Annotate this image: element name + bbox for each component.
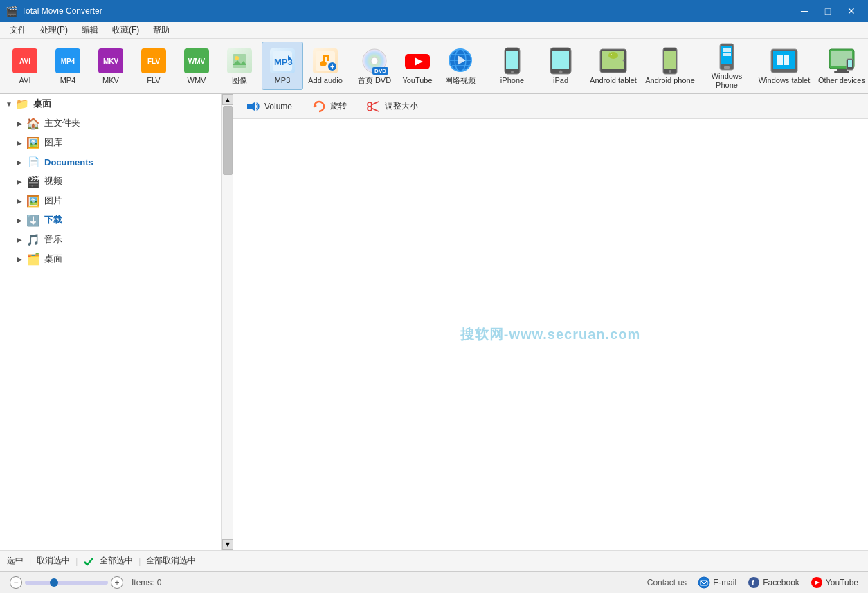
select-all-label[interactable]: 全部选中 (100, 555, 133, 567)
rotate-button[interactable]: 旋转 (305, 96, 353, 117)
status-bar: 选中 | 取消选中 | 全部选中 | 全部取消选中 (0, 550, 868, 571)
minimize-button[interactable]: ─ (793, 3, 815, 19)
youtube-link[interactable]: YouTube (811, 576, 858, 589)
format-avi-button[interactable]: AVI AVI (4, 42, 46, 90)
deselect-label[interactable]: 取消选中 (37, 555, 70, 567)
avi-label: AVI (19, 76, 31, 85)
zoom-thumb[interactable] (50, 578, 58, 587)
sidebar-scrollbar[interactable]: ▲ ▼ (221, 94, 233, 550)
toolbar-separator-2 (485, 45, 485, 86)
zoom-in-button[interactable]: + (111, 576, 123, 589)
facebook-label: Facebook (763, 578, 799, 587)
sidebar-item-pictures[interactable]: ▶ 🖼️ 图片 (0, 191, 221, 210)
add-audio-button[interactable]: + Add audio (305, 42, 346, 90)
status-sep-2: | (75, 556, 78, 566)
arrow-icon: ▶ (17, 217, 26, 224)
zoom-out-button[interactable]: − (10, 576, 22, 589)
svg-line-66 (371, 108, 379, 111)
footer-links: Contact us E-mail f Facebook YouTube (647, 576, 858, 589)
svg-point-63 (368, 102, 372, 107)
svg-rect-56 (837, 69, 847, 71)
sidebar-item-home[interactable]: ▶ 🏠 主文件夹 (0, 113, 221, 133)
checkmark-icon (83, 556, 94, 567)
mp4-icon: MP4 (55, 48, 80, 73)
format-mp3-button[interactable]: MP3 MP3 (262, 42, 303, 90)
scroll-thumb[interactable] (223, 106, 233, 175)
add-audio-icon: + (313, 48, 338, 73)
format-netvideo-button[interactable]: 网络视频 (440, 42, 481, 90)
format-image-button[interactable]: 图像 (219, 42, 260, 90)
volume-button[interactable]: Volume (239, 96, 298, 117)
windows-tablet-label: Windows tablet (759, 76, 811, 85)
mp3-icon: MP3 (270, 48, 295, 73)
menu-process[interactable]: 处理(P) (33, 23, 75, 37)
device-android-phone-button[interactable]: Android phone (642, 42, 698, 90)
resize-button[interactable]: 调整大小 (360, 96, 424, 117)
device-ipad-button[interactable]: iPad (537, 42, 584, 90)
close-button[interactable]: ✕ (840, 3, 862, 19)
device-iphone-button[interactable]: iPhone (489, 42, 536, 90)
arrow-icon: ▶ (17, 255, 26, 263)
format-youtube-button[interactable]: YouTube (397, 42, 438, 90)
arrow-icon: ▼ (6, 100, 15, 108)
items-count: 0 (157, 578, 162, 587)
image-icon (227, 48, 252, 73)
download-folder-icon: ⬇️ (26, 213, 40, 227)
menu-file[interactable]: 文件 (3, 23, 33, 37)
svg-rect-51 (784, 55, 789, 60)
select-label[interactable]: 选中 (7, 555, 24, 567)
sidebar-library-label: 图库 (44, 136, 62, 149)
svg-line-65 (371, 102, 379, 105)
format-wmv-button[interactable]: WMV WMV (176, 42, 217, 90)
menu-edit[interactable]: 编辑 (75, 23, 105, 37)
sidebar-item-music[interactable]: ▶ 🎵 音乐 (0, 230, 221, 249)
sidebar-item-library[interactable]: ▶ 🖼️ 图库 (0, 133, 221, 152)
documents-folder-icon: 📄 (26, 155, 40, 169)
menu-help[interactable]: 帮助 (146, 23, 177, 37)
format-dvd-button[interactable]: DVD 首页 DVD (354, 42, 395, 90)
svg-marker-61 (251, 102, 255, 111)
mp4-label: MP4 (60, 76, 76, 85)
format-flv-button[interactable]: FLV FLV (133, 42, 174, 90)
device-android-tablet-button[interactable]: Android tablet (586, 42, 641, 90)
svg-rect-59 (848, 60, 852, 67)
sidebar-videos-label: 视频 (44, 175, 62, 188)
menu-bar: 文件 处理(P) 编辑 收藏(F) 帮助 (0, 22, 868, 39)
format-mkv-button[interactable]: MKV MKV (90, 42, 132, 90)
device-windows-phone-button[interactable]: Windows Phone (699, 42, 754, 90)
device-other-button[interactable]: Other devices (814, 42, 868, 90)
svg-rect-28 (552, 51, 569, 69)
svg-point-26 (511, 71, 514, 73)
sidebar-item-downloads[interactable]: ▶ ⬇️ 下载 (0, 210, 221, 230)
sidebar-pictures-label: 图片 (44, 194, 62, 207)
facebook-link[interactable]: f Facebook (748, 576, 799, 589)
video-folder-icon: 🎬 (26, 174, 40, 188)
youtube-toolbar-label: YouTube (402, 76, 432, 85)
maximize-button[interactable]: □ (817, 3, 839, 19)
scroll-up-arrow[interactable]: ▲ (222, 94, 233, 105)
sidebar-item-videos[interactable]: ▶ 🎬 视频 (0, 172, 221, 191)
svg-rect-25 (506, 51, 518, 69)
content-area: Volume 旋转 调整大小 搜软网-www.se (233, 94, 868, 550)
ipad-icon (550, 47, 572, 75)
zoom-slider[interactable] (25, 581, 108, 585)
svg-rect-60 (247, 104, 251, 109)
deselect-all-label[interactable]: 全部取消选中 (146, 555, 196, 567)
netvideo-icon (448, 48, 473, 74)
device-windows-tablet-button[interactable]: Windows tablet (756, 42, 813, 90)
youtube-toolbar-icon (405, 51, 430, 71)
scroll-down-arrow[interactable]: ▼ (222, 539, 233, 550)
sidebar-root-label: 桌面 (33, 98, 51, 110)
items-label: Items: (132, 578, 154, 587)
menu-favorites[interactable]: 收藏(F) (105, 23, 146, 37)
android-tablet-icon (599, 48, 627, 73)
format-mp4-button[interactable]: MP4 MP4 (47, 42, 89, 90)
sidebar-root[interactable]: ▼ 📁 桌面 (0, 94, 221, 113)
sidebar-item-documents[interactable]: ▶ 📄 Documents (0, 152, 221, 172)
mkv-label: MKV (102, 76, 119, 85)
sidebar-item-desktop[interactable]: ▶ 🗂️ 桌面 (0, 249, 221, 268)
email-link[interactable]: E-mail (698, 576, 736, 589)
svg-rect-52 (777, 60, 783, 65)
svg-rect-44 (723, 48, 727, 52)
svg-rect-47 (727, 53, 731, 56)
